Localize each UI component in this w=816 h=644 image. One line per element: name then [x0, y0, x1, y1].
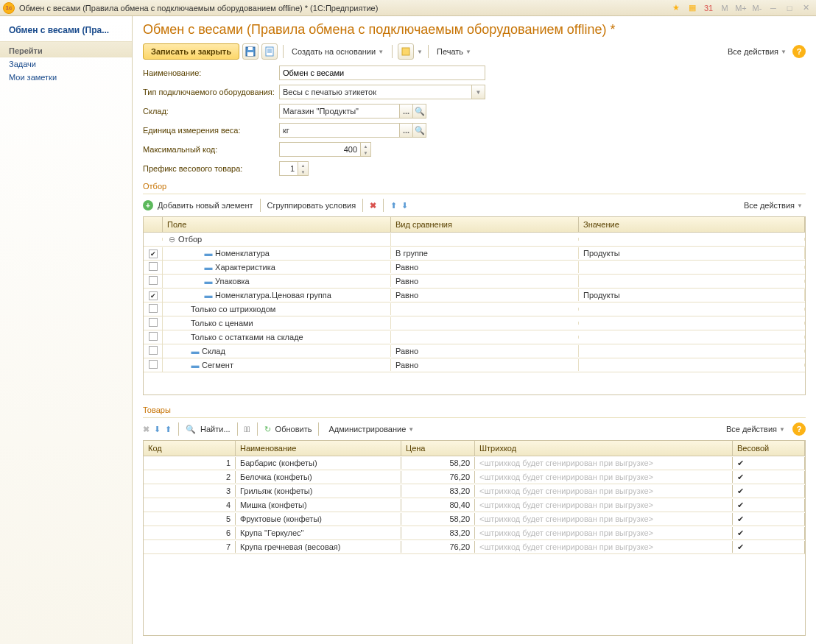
document-icon[interactable] — [261, 43, 278, 60]
maxcode-spinner[interactable]: 400 ▲▼ — [279, 142, 371, 157]
goods-row[interactable]: 5Фруктовые (конфеты)58,20<штрихкод будет… — [144, 512, 805, 526]
col-weight[interactable]: Весовой — [733, 441, 805, 456]
checkbox[interactable] — [149, 304, 158, 313]
move-up-icon[interactable]: ⬆ — [165, 425, 172, 434]
checkbox[interactable] — [149, 262, 158, 271]
move-down-icon[interactable]: ⬇ — [401, 201, 408, 210]
prefix-label: Префикс весового товара: — [143, 164, 279, 173]
spinner-down-icon[interactable]: ▼ — [361, 149, 370, 156]
magnifier-icon[interactable]: 🔍 — [186, 425, 196, 434]
filter-row[interactable]: ✔▬ Номенклатура.Ценовая группаРавноПроду… — [144, 289, 805, 302]
checkbox[interactable] — [149, 318, 158, 327]
name-input[interactable] — [279, 66, 485, 80]
ellipsis-icon[interactable]: ... — [399, 124, 412, 137]
col-barcode[interactable]: Штрихкод — [475, 441, 733, 456]
warehouse-input[interactable]: Магазин "Продукты" ... 🔍 — [279, 104, 426, 118]
save-icon[interactable] — [242, 43, 258, 60]
administration-button[interactable]: Администрирование▼ — [326, 423, 417, 435]
memory-m-button[interactable]: M — [717, 2, 732, 14]
sidebar-link-tasks[interactable]: Задачи — [0, 57, 132, 71]
magnifier-icon[interactable]: 🔍 — [412, 105, 426, 118]
filter-row[interactable]: ▬ ХарактеристикаРавно — [144, 261, 805, 275]
calendar-icon[interactable]: 31 — [701, 2, 716, 14]
filter-row[interactable]: ▬ СкладРавно — [144, 344, 805, 358]
filter-grid: Поле Вид сравнения Значение ⊖ Отбор ✔▬ Н… — [143, 216, 806, 395]
filter-all-actions-button[interactable]: Все действия▼ — [741, 199, 806, 211]
filter-row[interactable]: ▬ УпаковкаРавно — [144, 275, 805, 289]
col-price[interactable]: Цена — [401, 441, 475, 456]
checkbox[interactable]: ✔ — [149, 291, 158, 300]
goods-name: Крупа "Геркулес" — [236, 527, 401, 539]
spinner-down-icon[interactable]: ▼ — [298, 169, 308, 175]
filter-field: Сегмент — [202, 361, 233, 369]
filter-row[interactable]: Только со штрихкодом — [144, 302, 805, 316]
goods-grid: Код Наименование Цена Штрихкод Весовой 1… — [143, 440, 806, 636]
goods-name: Барбарис (конфеты) — [236, 457, 401, 469]
spinner-up-icon[interactable]: ▲ — [361, 143, 370, 149]
prefix-spinner[interactable]: 1 ▲▼ — [279, 161, 309, 176]
goods-row[interactable]: 6Крупа "Геркулес"83,20<штрихкод будет сг… — [144, 526, 805, 540]
unit-input[interactable]: кг ... 🔍 — [279, 123, 426, 138]
checkbox[interactable]: ✔ — [149, 250, 158, 258]
memory-mplus-button[interactable]: M+ — [734, 2, 748, 14]
help-icon[interactable]: ? — [792, 45, 806, 58]
goods-barcode: <штрихкод будет сгенирирован при выгрузк… — [475, 513, 733, 525]
goods-barcode: <штрихкод будет сгенирирован при выгрузк… — [475, 485, 733, 497]
print-button[interactable]: Печать▼ — [434, 46, 474, 57]
delete-icon[interactable]: ✖ — [143, 425, 150, 434]
group-conditions-button[interactable]: Сгруппировать условия — [267, 201, 356, 210]
report-dropdown-icon[interactable]: ▼ — [417, 49, 423, 55]
favorites-icon[interactable]: ★ — [669, 2, 683, 14]
delete-icon[interactable]: ✖ — [370, 201, 376, 210]
close-button[interactable]: ✕ — [798, 2, 813, 14]
goods-row[interactable]: 3Грильяж (конфеты)83,20<штрихкод будет с… — [144, 484, 805, 498]
goods-price: 83,20 — [401, 485, 475, 497]
memory-mminus-button[interactable]: M- — [750, 2, 764, 14]
dash-icon: ▬ — [204, 291, 213, 300]
find-button[interactable]: Найти... — [200, 425, 231, 434]
filter-row[interactable]: ✔▬ НоменклатураВ группеПродукты — [144, 247, 805, 261]
move-up-icon[interactable]: ⬆ — [390, 201, 397, 210]
goods-weight: ✔ — [733, 471, 805, 484]
add-icon[interactable]: + — [143, 200, 153, 210]
goods-row[interactable]: 1Барбарис (конфеты)58,20<штрихкод будет … — [144, 456, 805, 470]
checkbox[interactable] — [149, 360, 158, 369]
report-icon[interactable] — [398, 43, 414, 60]
magnifier-icon[interactable]: 🔍 — [412, 124, 426, 137]
all-actions-button[interactable]: Все действия▼ — [725, 46, 789, 57]
filter-field: Номенклатура.Ценовая группа — [215, 291, 331, 300]
calculator-icon[interactable]: ▦ — [685, 2, 700, 14]
filter-comparison: Равно — [391, 261, 579, 273]
ellipsis-icon[interactable]: ... — [399, 105, 412, 118]
col-value[interactable]: Значение — [579, 217, 805, 232]
filter-row[interactable]: Только с ценами — [144, 316, 805, 330]
minimize-button[interactable]: ─ — [766, 2, 781, 14]
filter-row[interactable]: Только с остатками на складе — [144, 330, 805, 344]
col-field[interactable]: Поле — [163, 217, 391, 232]
maximize-button[interactable]: □ — [782, 2, 797, 14]
spinner-up-icon[interactable]: ▲ — [298, 162, 308, 169]
chevron-down-icon[interactable]: ▼ — [471, 85, 485, 99]
col-code[interactable]: Код — [144, 441, 236, 456]
col-name[interactable]: Наименование — [236, 441, 401, 456]
goods-row[interactable]: 2Белочка (конфеты)76,20<штрихкод будет с… — [144, 470, 805, 484]
goods-row[interactable]: 7Крупа гречневая (весовая)76,20<штрихкод… — [144, 540, 805, 554]
add-element-button[interactable]: Добавить новый элемент — [158, 201, 253, 210]
goods-all-actions-button[interactable]: Все действия▼ — [723, 423, 788, 435]
checkbox[interactable] — [149, 276, 158, 285]
help-icon[interactable]: ? — [792, 422, 806, 436]
col-comparison[interactable]: Вид сравнения — [391, 217, 579, 232]
create-based-button[interactable]: Создать на основании▼ — [289, 46, 387, 57]
checkbox[interactable] — [149, 332, 158, 341]
filter-row[interactable]: ▬ СегментРавно — [144, 358, 805, 372]
checkbox[interactable] — [149, 346, 158, 355]
refresh-button[interactable]: Обновить — [275, 425, 312, 434]
clear-filter-icon[interactable]: 🔍⃠ — [245, 425, 250, 434]
sidebar-link-notes[interactable]: Мои заметки — [0, 71, 132, 84]
move-down-icon[interactable]: ⬇ — [154, 425, 161, 434]
goods-row[interactable]: 4Мишка (конфеты)80,40<штрихкод будет сге… — [144, 498, 805, 512]
collapse-icon[interactable]: ⊖ — [167, 235, 176, 244]
save-close-button[interactable]: Записать и закрыть — [143, 43, 239, 60]
equipment-type-select[interactable]: Весы с печатью этикеток ▼ — [279, 85, 485, 99]
refresh-icon[interactable]: ↻ — [264, 425, 271, 434]
